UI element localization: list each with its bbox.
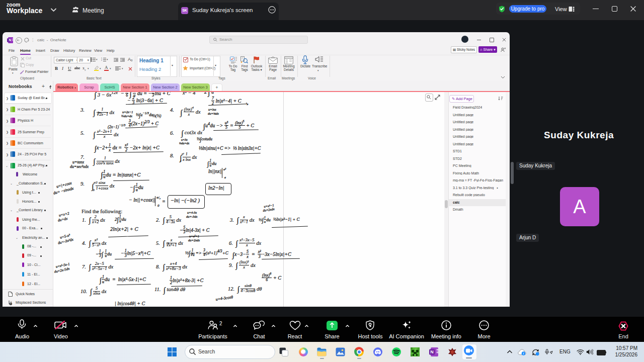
svg-text:2: 2: [101, 59, 102, 61]
svg-text:N: N: [9, 38, 12, 42]
svg-text:N: N: [430, 349, 434, 354]
svg-text:i: i: [523, 351, 524, 355]
